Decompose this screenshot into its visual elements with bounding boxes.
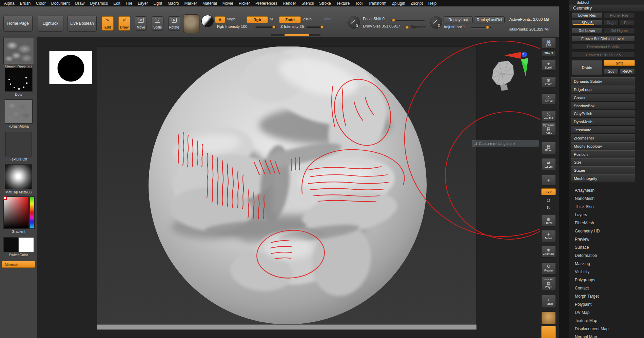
material-picker-thumbnail[interactable] (5, 164, 32, 189)
actual-button[interactable]: 1:1 Actual (541, 93, 556, 104)
sdiv-slider[interactable]: SDiv 5 (572, 20, 602, 25)
ghost-button[interactable] (541, 312, 556, 324)
palette-deformation[interactable]: Deformation (569, 251, 644, 260)
lightbox-button[interactable]: LightBox (38, 16, 63, 32)
xyz-button[interactable]: XYZ (541, 188, 556, 195)
palette-surface[interactable]: Surface (569, 243, 644, 251)
menu-macro[interactable]: Macro (165, 0, 181, 6)
palette-arraymesh[interactable]: ArrayMesh (569, 186, 644, 194)
aahalf-button[interactable]: ½ AAHalf (541, 110, 556, 121)
section-position[interactable]: Position (571, 150, 635, 158)
z-intensity-bar[interactable] (271, 34, 320, 36)
adjust-last-track[interactable] (471, 27, 491, 28)
local-symmetry-button[interactable]: ⇄ L.Sym (541, 158, 556, 170)
section-meshintegrity[interactable]: MeshIntegrity (571, 174, 635, 182)
menu-edit[interactable]: Edit (111, 0, 123, 6)
zoom-button[interactable]: ⊕ Zoom (541, 76, 556, 87)
lower-res-button[interactable]: Lower Res (572, 12, 602, 18)
scroll-button[interactable]: + Scroll (541, 60, 556, 71)
menu-layer[interactable]: Layer (135, 0, 151, 6)
palette-fibermesh[interactable]: FiberMesh (569, 219, 644, 227)
smt-button[interactable]: Smt (604, 60, 635, 66)
reconstruct-subdiv-button[interactable]: Reconstruct Subdiv (572, 44, 635, 50)
palette-uv-map[interactable]: UV Map (569, 308, 644, 317)
subtool-palette-header[interactable]: Subtool (569, 0, 644, 5)
edit-mode-button[interactable]: ✎ Edit (102, 16, 114, 31)
palette-contact[interactable]: Contact (569, 284, 644, 292)
palette-texture-map[interactable]: Texture Map (569, 317, 644, 325)
section-edgeloop[interactable]: EdgeLoop (571, 86, 635, 93)
palette-displacement-map[interactable]: Displacement Map (569, 325, 644, 333)
scale-mode-button[interactable]: S Scale (152, 16, 163, 31)
menu-texture[interactable]: Texture (334, 0, 352, 6)
floor-button[interactable]: ▦ Floor (541, 142, 556, 154)
convert-bpr-button[interactable]: Convert BPR To Geo (572, 52, 635, 58)
z-intensity-knob[interactable] (320, 25, 324, 29)
draw-mode-button[interactable]: ✐ Draw (118, 16, 130, 31)
palette-polypaint[interactable]: Polypaint (569, 300, 644, 308)
menu-render[interactable]: Render (280, 0, 299, 6)
reuv-button[interactable]: ReUV (620, 68, 635, 74)
tray-divider[interactable] (559, 0, 569, 338)
menu-brush[interactable]: Brush (17, 0, 33, 6)
palette-geometry-hd[interactable]: Geometry HD (569, 227, 644, 235)
menu-movie[interactable]: Movie (220, 0, 236, 6)
a-mode-button[interactable]: A (215, 16, 225, 23)
color-sv-square[interactable] (3, 196, 29, 229)
alternate-button[interactable]: Alternate (2, 261, 35, 268)
palette-preview[interactable]: Preview (569, 235, 644, 243)
menu-stencil[interactable]: Stencil (299, 0, 316, 6)
transp-button[interactable]: ◐ Transp (541, 295, 556, 308)
section-crease[interactable]: Crease (571, 94, 635, 101)
divide-button[interactable]: Divide (572, 60, 602, 75)
bpr-render-button[interactable]: ◉ BPR (541, 38, 556, 49)
menu-alpha[interactable]: Alpha (1, 0, 17, 6)
current-material-sphere[interactable] (201, 15, 214, 27)
rgb-intensity-track[interactable] (255, 26, 276, 28)
zcut-button[interactable]: Zcut (324, 17, 331, 21)
del-higher-button[interactable]: Del Higher (604, 27, 635, 33)
menu-tool[interactable]: Tool (352, 0, 365, 6)
z-intensity-slider[interactable]: Z Intensity 25 (280, 24, 304, 29)
menu-color[interactable]: Color (33, 0, 48, 6)
del-lower-button[interactable]: Del Lower (572, 27, 602, 33)
rgb-intensity-knob[interactable] (272, 25, 275, 29)
adjust-last-knob[interactable] (486, 26, 489, 29)
menu-light[interactable]: Light (151, 0, 165, 6)
section-modify-topology[interactable]: Modify Topology (571, 142, 635, 150)
move-mode-button[interactable]: M Move (135, 16, 147, 31)
solo-button[interactable] (541, 326, 556, 338)
palette-normal-map[interactable]: Normal Map (569, 333, 644, 338)
section-tessimate[interactable]: Tessimate (571, 126, 635, 134)
stylus-adjust-icon[interactable]: D (429, 16, 443, 29)
home-page-button[interactable]: Home Page (3, 16, 33, 32)
stylus-size-icon[interactable]: S (347, 16, 360, 29)
section-shadowbox[interactable]: ShadowBox (571, 102, 635, 110)
section-stager[interactable]: Stager (571, 166, 635, 174)
rgb-intensity-slider[interactable]: Rgb Intensity 100 (217, 24, 248, 29)
live-boolean-button[interactable]: Live Boolean (67, 16, 97, 32)
section-zremesher[interactable]: ZRemesher (571, 134, 635, 142)
adjust-last-slider[interactable]: AdjustLast 1 (444, 25, 465, 29)
local-pivot-button[interactable]: ◈ (541, 175, 556, 186)
dynamic-persp-button[interactable]: Dynamic ▦ Persp (541, 122, 556, 136)
section-claypolish[interactable]: ClayPolish (571, 110, 635, 117)
higher-res-button[interactable]: Higher Res (604, 12, 635, 18)
z-intensity-track[interactable] (306, 26, 324, 28)
palette-morph-target[interactable]: Morph Target (569, 292, 644, 300)
menu-help[interactable]: Help (426, 0, 440, 6)
mrgb-button[interactable]: Mrgb (227, 17, 235, 21)
palette-nanomesh[interactable]: NanoMesh (569, 194, 644, 203)
menu-preferences[interactable]: Preferences (253, 0, 280, 6)
spin-ccw-button[interactable]: ↺ (541, 197, 556, 204)
m-button[interactable]: M (270, 17, 273, 21)
rstr-button[interactable]: Rstr (620, 20, 635, 25)
palette-visibility[interactable]: Visibility (569, 268, 644, 276)
color-picker[interactable] (3, 196, 35, 229)
geometry-palette-header[interactable]: Geometry (569, 5, 644, 11)
color-hue-strip[interactable] (30, 196, 35, 229)
suv-button[interactable]: Suv (604, 68, 619, 74)
texture-picker-thumbnail[interactable] (5, 132, 32, 156)
zadd-button[interactable]: Zadd (279, 16, 301, 23)
stroke-picker-thumbnail[interactable] (5, 68, 33, 92)
